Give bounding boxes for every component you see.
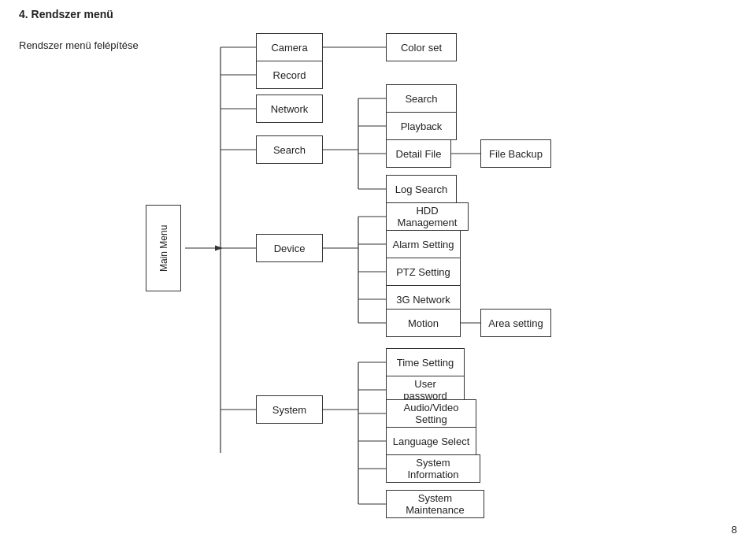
motion-box: Motion xyxy=(386,309,461,337)
ptz-setting-box: PTZ Setting xyxy=(386,258,461,286)
system-box: System xyxy=(256,395,323,424)
detail-file-box: Detail File xyxy=(386,139,451,168)
log-search-box: Log Search xyxy=(386,175,457,203)
record-box: Record xyxy=(256,61,323,89)
system-information-box: System Information xyxy=(386,454,480,483)
area-setting-box: Area setting xyxy=(480,309,551,337)
section-title: 4. Rendszer menü xyxy=(19,8,113,20)
hdd-management-box: HDD Management xyxy=(386,202,469,231)
search-right1-box: Search xyxy=(386,84,457,113)
alarm-setting-box: Alarm Setting xyxy=(386,230,461,258)
subtitle: Rendszer menü felépítése xyxy=(19,39,139,51)
network-box: Network xyxy=(256,95,323,123)
device-box: Device xyxy=(256,234,323,262)
system-maintenance-box: System Maintenance xyxy=(386,490,484,518)
color-set-box: Color set xyxy=(386,33,457,61)
page-container: 4. Rendszer menü Rendszer menü felépítés… xyxy=(0,0,756,545)
main-menu-box: Main Menu xyxy=(146,205,181,291)
playback-box: Playback xyxy=(386,112,457,140)
language-select-box: Language Select xyxy=(386,427,476,455)
diagram: Main Menu Camera Record Network Search D… xyxy=(142,16,732,536)
file-backup-box: File Backup xyxy=(480,139,551,168)
search-left-box: Search xyxy=(256,135,323,164)
audio-video-setting-box: Audio/Video Setting xyxy=(386,399,476,428)
camera-box: Camera xyxy=(256,33,323,61)
time-setting-box: Time Setting xyxy=(386,348,465,376)
